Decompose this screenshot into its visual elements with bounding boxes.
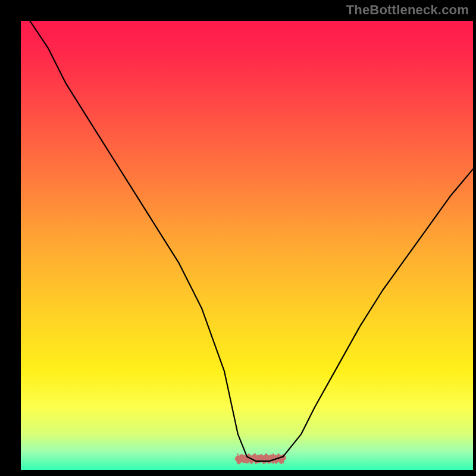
plot-area [21,21,473,470]
watermark-text: TheBottleneck.com [346,2,469,18]
chart-container: TheBottleneck.com [0,0,476,476]
bottleneck-chart [0,0,476,476]
